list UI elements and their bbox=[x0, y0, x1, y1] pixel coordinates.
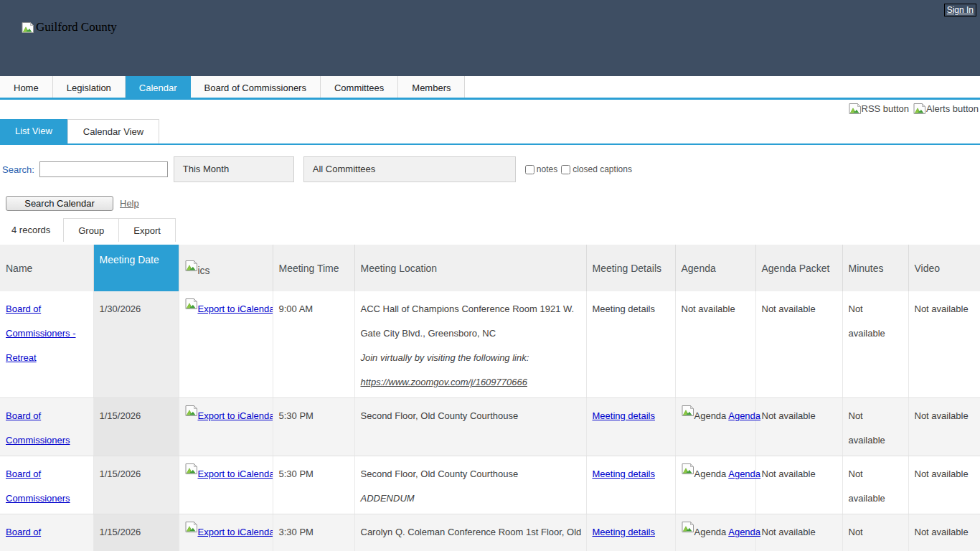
logo-broken-image-icon bbox=[22, 22, 34, 33]
time-cell: 3:30 PM bbox=[273, 514, 354, 551]
closed-captions-checkbox[interactable] bbox=[561, 165, 570, 174]
location-cell: Carolyn Q. Coleman Conference Room 1st F… bbox=[354, 514, 586, 551]
export-ical-link[interactable]: Export to iCalendar bbox=[198, 410, 273, 421]
date-cell: 1/15/2026 bbox=[93, 456, 179, 514]
column-header-video[interactable]: Video bbox=[908, 245, 980, 291]
closed-captions-checkbox-label: closed captions bbox=[573, 164, 632, 174]
rss-button-label: RSS button bbox=[862, 103, 910, 114]
ics-cell: Export to iCalendar bbox=[179, 291, 273, 398]
agenda-link[interactable]: Agenda bbox=[728, 468, 760, 479]
virtual-note: Join virtually by visiting the following… bbox=[361, 346, 583, 370]
details-cell: Meeting details bbox=[586, 291, 675, 398]
export-tab[interactable]: Export bbox=[118, 218, 176, 242]
meeting-details-link[interactable]: Meeting details bbox=[593, 527, 655, 537]
time-cell: 5:30 PM bbox=[273, 398, 354, 456]
sign-in-link[interactable]: Sign In bbox=[944, 4, 976, 17]
meeting-details-link[interactable]: Meeting details bbox=[593, 410, 655, 421]
agenda-alt-text: Agenda bbox=[694, 468, 727, 479]
alerts-icon bbox=[913, 103, 925, 114]
rss-icon bbox=[849, 103, 861, 114]
alerts-button-label: Alerts button bbox=[926, 103, 979, 114]
notes-checkbox[interactable] bbox=[525, 165, 534, 174]
nav-tab-board-of-commissioners[interactable]: Board of Commissioners bbox=[191, 76, 321, 98]
location-cell: ACC Hall of Champions Conference Room 19… bbox=[354, 291, 586, 398]
meeting-details-link[interactable]: Meeting details bbox=[593, 468, 655, 479]
closed-captions-checkbox-field: closed captions bbox=[561, 164, 632, 174]
date-range-select[interactable]: This Month bbox=[174, 156, 294, 182]
agenda-icon bbox=[682, 522, 694, 532]
table-row: Board of Commissioners 1/15/2026 Export … bbox=[0, 398, 980, 456]
name-cell: Board of Commissioners - Retreat bbox=[0, 291, 93, 398]
ics-cell: Export to iCalendar bbox=[179, 514, 273, 551]
export-ical-link[interactable]: Export to iCalendar bbox=[198, 303, 273, 314]
search-calendar-button[interactable]: Search Calendar bbox=[6, 196, 113, 211]
agenda-icon bbox=[682, 463, 694, 474]
meetings-table: Name Meeting Date ics Meeting Time Meeti… bbox=[0, 245, 980, 551]
column-header-meeting-details[interactable]: Meeting Details bbox=[586, 245, 675, 291]
view-tabs: List View Calendar View bbox=[0, 119, 980, 145]
column-header-agenda-packet[interactable]: Agenda Packet bbox=[755, 245, 842, 291]
column-header-name[interactable]: Name bbox=[0, 245, 93, 291]
column-header-minutes[interactable]: Minutes bbox=[842, 245, 908, 291]
column-header-meeting-location[interactable]: Meeting Location bbox=[354, 245, 586, 291]
nav-tab-members[interactable]: Members bbox=[398, 76, 465, 98]
agenda-cell: Agenda Agenda bbox=[675, 514, 755, 551]
column-header-ics[interactable]: ics bbox=[179, 245, 273, 291]
help-link[interactable]: Help bbox=[120, 198, 139, 209]
agenda-packet-cell: Not available bbox=[755, 291, 842, 398]
main-nav: Home Legislation Calendar Board of Commi… bbox=[0, 76, 980, 100]
site-logo[interactable]: Guilford County bbox=[22, 20, 117, 34]
export-ical-link[interactable]: Export to iCalendar bbox=[198, 527, 273, 537]
column-header-agenda[interactable]: Agenda bbox=[675, 245, 755, 291]
committee-select[interactable]: All Committees bbox=[303, 156, 516, 182]
site-logo-alt-text: Guilford County bbox=[36, 20, 117, 34]
nav-tab-legislation[interactable]: Legislation bbox=[53, 76, 126, 98]
alerts-button[interactable]: Alerts button bbox=[913, 103, 979, 114]
addendum-text: ADDENDUM bbox=[361, 486, 583, 511]
export-ical-link[interactable]: Export to iCalendar bbox=[198, 468, 273, 479]
agenda-alt-text: Agenda bbox=[694, 410, 727, 421]
agenda-cell: Agenda Agenda bbox=[675, 398, 755, 456]
notes-checkbox-label: notes bbox=[537, 164, 557, 174]
site-banner: Guilford County Sign In bbox=[0, 0, 980, 76]
records-toolbar: 4 records Group Export bbox=[0, 218, 980, 242]
meeting-name-link[interactable]: Board of Commissioners bbox=[6, 468, 70, 504]
minutes-cell: Not available bbox=[842, 514, 908, 551]
meeting-details-text: Meeting details bbox=[593, 303, 655, 314]
name-cell: Board of Commissioners bbox=[0, 398, 93, 456]
records-count: 4 records bbox=[0, 218, 63, 242]
meeting-name-link[interactable]: Board of Commissioners bbox=[6, 410, 70, 446]
nav-tab-committees[interactable]: Committees bbox=[321, 76, 398, 98]
ics-cell: Export to iCalendar bbox=[179, 456, 273, 514]
table-row: Board of Commissioners 1/15/2026 Export … bbox=[0, 456, 980, 514]
column-header-meeting-time[interactable]: Meeting Time bbox=[273, 245, 354, 291]
location-text: Second Floor, Old County Courthouse bbox=[361, 462, 583, 486]
ics-icon bbox=[185, 260, 197, 271]
search-input[interactable] bbox=[39, 161, 168, 177]
nav-tab-calendar[interactable]: Calendar bbox=[126, 76, 191, 98]
minutes-cell: Not available bbox=[842, 398, 908, 456]
meeting-name-link[interactable]: Board of Commissioners - bbox=[6, 527, 76, 551]
time-cell: 9:00 AM bbox=[273, 291, 354, 398]
agenda-link[interactable]: Agenda bbox=[728, 410, 760, 421]
agenda-cell: Agenda Agenda bbox=[675, 456, 755, 514]
rss-button[interactable]: RSS button bbox=[849, 103, 910, 114]
agenda-link[interactable]: Agenda bbox=[728, 527, 760, 537]
nav-tab-home[interactable]: Home bbox=[0, 76, 53, 98]
notes-checkbox-field: notes bbox=[525, 164, 557, 174]
time-cell: 5:30 PM bbox=[273, 456, 354, 514]
tab-list-view[interactable]: List View bbox=[0, 119, 67, 143]
column-header-meeting-date[interactable]: Meeting Date bbox=[93, 245, 179, 291]
ical-export-icon bbox=[185, 522, 197, 532]
tab-calendar-view[interactable]: Calendar View bbox=[67, 119, 159, 143]
zoom-meeting-link[interactable]: https://www.zoomgov.com/j/1609770666 bbox=[361, 377, 527, 387]
meeting-name-link[interactable]: Board of Commissioners - Retreat bbox=[6, 303, 76, 363]
video-cell: Not available bbox=[908, 398, 980, 456]
search-button-row: Search Calendar Help bbox=[6, 196, 980, 211]
ics-cell: Export to iCalendar bbox=[179, 398, 273, 456]
group-tab[interactable]: Group bbox=[63, 218, 119, 242]
date-cell: 1/30/2026 bbox=[93, 291, 179, 398]
table-row: Board of Commissioners - Retreat 1/30/20… bbox=[0, 291, 980, 398]
ical-export-icon bbox=[185, 298, 197, 309]
video-cell: Not available bbox=[908, 456, 980, 514]
